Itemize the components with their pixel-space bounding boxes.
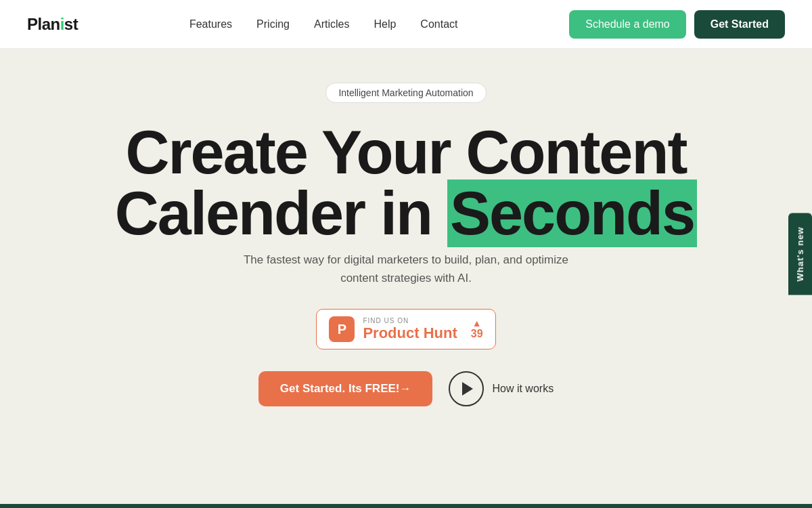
product-hunt-text: FIND US ON Product Hunt — [363, 317, 457, 342]
get-started-nav-button[interactable]: Get Started — [694, 10, 785, 39]
hero-tag: Intelligent Marketing Automation — [325, 83, 486, 103]
vote-count: 39 — [471, 328, 483, 340]
bottom-bar — [0, 504, 812, 508]
product-hunt-find-label: FIND US ON — [363, 317, 409, 324]
vote-arrow-icon: ▲ — [472, 318, 482, 328]
product-hunt-icon: P — [329, 316, 355, 342]
headline-line2-normal: Calender in — [115, 179, 447, 247]
play-video-button[interactable] — [449, 371, 484, 406]
product-hunt-badge[interactable]: P FIND US ON Product Hunt ▲ 39 — [316, 309, 495, 350]
headline-line1: Create Your Content — [126, 119, 687, 186]
product-hunt-votes: ▲ 39 — [471, 318, 483, 340]
nav-buttons: Schedule a demo Get Started — [569, 10, 785, 39]
logo-text: Plan — [27, 15, 60, 34]
navbar: Planist Features Pricing Articles Help C… — [0, 0, 812, 49]
nav-links: Features Pricing Articles Help Contact — [189, 18, 458, 30]
product-hunt-name: Product Hunt — [363, 324, 457, 342]
play-icon — [462, 382, 473, 396]
whats-new-tab[interactable]: What's new — [788, 213, 812, 295]
hero-section: Intelligent Marketing Automation Create … — [0, 49, 812, 427]
cta-row: Get Started. Its FREE!→ How it works — [258, 371, 554, 406]
headline-highlight: Seconds — [447, 179, 697, 247]
get-started-cta-button[interactable]: Get Started. Its FREE!→ — [258, 371, 433, 406]
nav-pricing[interactable]: Pricing — [256, 18, 290, 30]
logo[interactable]: Planist — [27, 15, 78, 34]
nav-contact[interactable]: Contact — [420, 18, 457, 30]
nav-articles[interactable]: Articles — [314, 18, 349, 30]
nav-features[interactable]: Features — [189, 18, 232, 30]
hero-subtext: The fastest way for digital marketers to… — [223, 251, 589, 287]
how-it-works-label: How it works — [492, 383, 554, 395]
schedule-demo-button[interactable]: Schedule a demo — [569, 10, 686, 39]
nav-help[interactable]: Help — [374, 18, 396, 30]
hero-headline: Create Your Content Calender in Seconds — [115, 122, 697, 244]
